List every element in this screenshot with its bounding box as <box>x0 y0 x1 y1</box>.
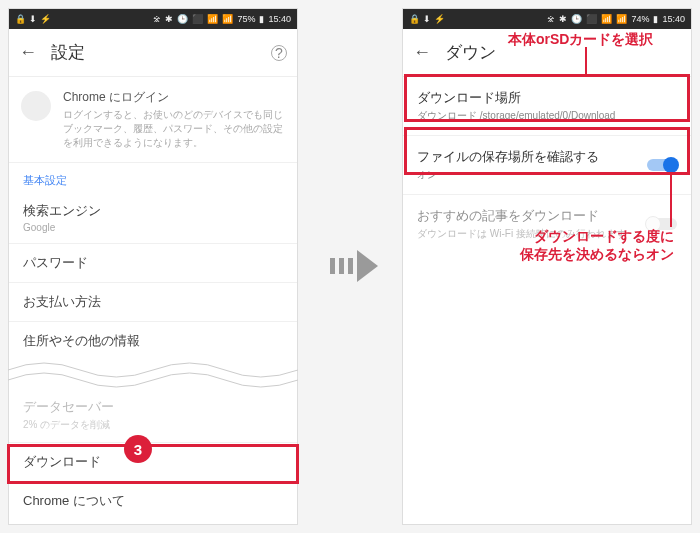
toggle-ask-location[interactable] <box>647 159 677 171</box>
avatar-icon <box>21 91 51 121</box>
cut-line <box>9 360 297 388</box>
signin-title: Chrome にログイン <box>63 89 283 106</box>
help-icon[interactable]: ? <box>271 45 287 61</box>
annotation-side-line <box>670 175 672 227</box>
row-datasaver[interactable]: データセーバー 2% のデータを削減 <box>9 388 297 443</box>
row-ask-location[interactable]: ファイルの保存場所を確認する オン <box>403 136 691 195</box>
battery-text: 75% <box>237 14 255 24</box>
svg-rect-0 <box>330 258 335 274</box>
phone-right-download: 🔒⬇⚡ ※✱🕒⬛📶📶 74% ▮ 15:40 ← ダウン ダウンロード場所 ダウ… <box>402 8 692 525</box>
clock-text: 15:40 <box>662 14 685 24</box>
row-about[interactable]: Chrome について <box>9 482 297 520</box>
svg-rect-1 <box>339 258 344 274</box>
battery-text: 74% <box>631 14 649 24</box>
signin-desc: ログインすると、お使いのどのデバイスでも同じブックマーク、履歴、パスワード、その… <box>63 108 283 150</box>
app-bar: ← 設定 ? <box>9 29 297 77</box>
status-bar: 🔒⬇⚡ ※✱🕒⬛📶📶 74% ▮ 15:40 <box>403 9 691 29</box>
back-icon[interactable]: ← <box>19 42 37 63</box>
annotation-top-line <box>585 47 587 76</box>
status-bar: 🔒⬇⚡ ※✱🕒⬛📶📶 75% ▮ 15:40 <box>9 9 297 29</box>
signin-row[interactable]: Chrome にログイン ログインすると、お使いのどのデバイスでも同じブックマー… <box>9 77 297 163</box>
page-title: 設定 <box>51 41 257 64</box>
transition-arrow-icon <box>330 246 380 290</box>
step-badge-3: 3 <box>124 435 152 463</box>
row-download[interactable]: ダウンロード <box>9 443 297 482</box>
row-address[interactable]: 住所やその他の情報 <box>9 322 297 360</box>
annotation-side: ダウンロードする度に 保存先を決めるならオン <box>520 227 674 263</box>
phone-left-settings: 🔒⬇⚡ ※✱🕒⬛📶📶 75% ▮ 15:40 ← 設定 ? Chrome にログ… <box>8 8 298 525</box>
svg-rect-2 <box>348 258 353 274</box>
annotation-top: 本体orSDカードを選択 <box>508 30 653 48</box>
clock-text: 15:40 <box>268 14 291 24</box>
row-download-location[interactable]: ダウンロード場所 ダウンロード /storage/emulated/0/Down… <box>403 77 691 136</box>
row-password[interactable]: パスワード <box>9 244 297 283</box>
section-basic: 基本設定 <box>9 163 297 192</box>
back-icon[interactable]: ← <box>413 42 431 63</box>
row-search-engine[interactable]: 検索エンジン Google <box>9 192 297 244</box>
row-payment[interactable]: お支払い方法 <box>9 283 297 322</box>
